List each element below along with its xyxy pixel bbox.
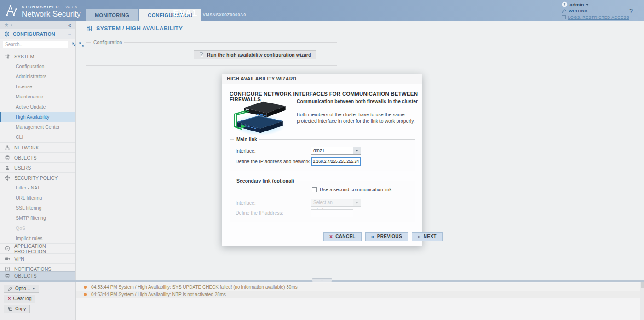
- firewall-cluster-illustration: [230, 99, 289, 137]
- sidebar: ★ « CONFIGURATION – SYSTEM Configuration…: [0, 21, 76, 280]
- user-menu[interactable]: admin: [562, 1, 629, 7]
- document-icon: [199, 52, 204, 57]
- page-title: SYSTEM / HIGH AVAILABILITY: [86, 25, 183, 32]
- next-button[interactable]: » NEXT: [412, 232, 443, 241]
- stormshield-logo-icon: [5, 4, 18, 17]
- objects-icon: [5, 273, 10, 279]
- clear-x-icon: ×: [8, 297, 11, 301]
- logs-access-link[interactable]: LOGS: RESTRICTED ACCESS: [562, 14, 629, 20]
- sidebar-item-high-availability[interactable]: High Availability: [0, 112, 75, 122]
- sidebar-item-management-center[interactable]: Management Center: [0, 122, 75, 132]
- sliders-icon: [5, 53, 10, 59]
- star-icon: ★: [4, 22, 9, 28]
- configuration-box-legend: Configuration: [91, 40, 124, 45]
- expand-all-icon[interactable]: [79, 42, 84, 47]
- shield-icon: [5, 246, 10, 251]
- log-options-button[interactable]: Optio...: [4, 285, 39, 293]
- sidebar-item-implicit-rules[interactable]: Implicit rules: [0, 233, 75, 243]
- sidebar-item-license[interactable]: License: [0, 81, 75, 91]
- secondary-link-legend: Secondary link (optional): [234, 178, 296, 183]
- secondary-interface-select: Select an interface: [311, 199, 353, 207]
- brand-version: v4.7.6: [66, 5, 77, 9]
- sidebar-section-security-policy[interactable]: SECURITY POLICY: [0, 172, 75, 183]
- sidebar-item-filter-nat[interactable]: Filter - NAT: [0, 183, 75, 193]
- logs-checkbox-icon: [562, 15, 566, 19]
- second-link-checkbox[interactable]: [312, 187, 317, 192]
- chevron-down-icon: [356, 150, 358, 151]
- warning-dot-icon: [84, 286, 87, 289]
- pencil-icon: [8, 286, 13, 291]
- chevron-down-icon: [321, 280, 323, 281]
- wizard-footer: × CANCEL « PREVIOUS » NEXT: [323, 232, 443, 241]
- app-header: STORMSHIELDv4.7.6 Network Security MONIT…: [0, 0, 644, 21]
- warning-dot-icon: [84, 293, 87, 296]
- favorites-caret-icon: [11, 24, 12, 26]
- sidebar-section-notifications[interactable]: NOTIFICATIONS: [0, 263, 75, 271]
- main-ip-input[interactable]: [311, 157, 361, 166]
- avatar-icon: [562, 1, 568, 7]
- step-description: Both members of the cluster have to use …: [297, 111, 417, 124]
- favorites-menu[interactable]: ★: [4, 22, 13, 28]
- previous-button[interactable]: « PREVIOUS: [365, 232, 408, 241]
- help-button[interactable]: ?: [629, 7, 633, 15]
- sidebar-collapse-button[interactable]: «: [68, 22, 71, 29]
- writing-label: WRITING: [569, 9, 588, 13]
- log-entry[interactable]: 04:53:44 PM System / High Availability: …: [76, 291, 640, 298]
- module-title: CONFIGURATION: [13, 31, 55, 37]
- sidebar-section-objects[interactable]: OBJECTS: [0, 152, 75, 162]
- copy-log-button[interactable]: Copy: [4, 305, 30, 313]
- log-panel-collapse-handle[interactable]: [312, 278, 332, 282]
- sidebar-item-ssl-filtering[interactable]: SSL filtering: [0, 203, 75, 213]
- secondary-interface-select-arrow: [353, 199, 361, 207]
- main-interface-select[interactable]: dmz1: [311, 147, 353, 155]
- collapse-all-icon[interactable]: [71, 42, 76, 47]
- second-link-checkbox-label: Use a second communication link: [320, 187, 391, 192]
- interface-row: Interface: dmz1: [236, 148, 409, 154]
- configuration-box: Configuration Run the high availability …: [86, 42, 337, 66]
- log-scrollbar[interactable]: [640, 282, 644, 320]
- sidebar-section-application-protection[interactable]: APPLICATION PROTECTION: [0, 243, 75, 253]
- sidebar-section-network[interactable]: NETWORK: [0, 142, 75, 152]
- sidebar-menu: SYSTEM Configuration Administrators Lice…: [0, 50, 75, 271]
- chevrons-right-icon: »: [418, 234, 421, 239]
- sidebar-item-qos: QoS: [0, 223, 75, 233]
- log-entry[interactable]: 04:53:44 PM System / High Availability: …: [76, 283, 640, 291]
- sliders-icon: [86, 25, 93, 32]
- module-collapse-button[interactable]: –: [68, 30, 71, 37]
- options-caret-icon: [33, 288, 35, 289]
- sidebar-item-cli[interactable]: CLI: [0, 132, 75, 142]
- favorites-bar: ★ «: [0, 21, 75, 29]
- sidebar-item-url-filtering[interactable]: URL filtering: [0, 193, 75, 203]
- tab-monitoring[interactable]: MONITORING: [86, 9, 138, 21]
- gear-icon: [4, 31, 10, 37]
- writing-mode-link[interactable]: WRITING: [562, 8, 629, 14]
- network-icon: [5, 144, 10, 150]
- ip-mask-row: Define the IP address and network mask:: [236, 159, 409, 164]
- interface-label: Interface:: [236, 148, 256, 154]
- secondary-interface-label: Interface:: [236, 200, 256, 206]
- sidebar-item-active-update[interactable]: Active Update: [0, 102, 75, 112]
- logs-access-label: LOGS: RESTRICTED ACCESS: [568, 15, 629, 20]
- clear-log-button[interactable]: × Clear log: [4, 295, 35, 303]
- log-entries: 04:53:44 PM System / High Availability: …: [76, 283, 640, 298]
- module-header[interactable]: CONFIGURATION –: [0, 29, 75, 39]
- copy-icon: [8, 306, 13, 311]
- cancel-button[interactable]: × CANCEL: [323, 232, 362, 241]
- policy-icon: [5, 175, 10, 181]
- sidebar-item-configuration[interactable]: Configuration: [0, 61, 75, 71]
- sidebar-section-users[interactable]: USERS: [0, 162, 75, 172]
- objects-panel-bar[interactable]: OBJECTS: [0, 271, 75, 280]
- log-toolbar: Optio... × Clear log Copy: [0, 282, 76, 320]
- sidebar-item-smtp-filtering[interactable]: SMTP filtering: [0, 213, 75, 223]
- sidebar-item-administrators[interactable]: Administrators: [0, 71, 75, 81]
- sidebar-section-vpn[interactable]: VPN: [0, 253, 75, 263]
- dialog-body: CONFIGURE NETWORK INTERFACES FOR COMMUNI…: [222, 84, 422, 246]
- secondary-link-fieldset: Secondary link (optional) Use a second c…: [230, 181, 415, 222]
- secondary-ip-label: Define the IP address:: [236, 210, 283, 216]
- appliance-name: EVA1: [173, 8, 197, 18]
- sidebar-section-system[interactable]: SYSTEM: [0, 51, 75, 61]
- main-interface-select-arrow[interactable]: [353, 147, 361, 155]
- sidebar-item-maintenance[interactable]: Maintenance: [0, 91, 75, 102]
- run-wizard-button[interactable]: Run the high availability configuration …: [194, 50, 316, 59]
- search-input[interactable]: [3, 41, 68, 48]
